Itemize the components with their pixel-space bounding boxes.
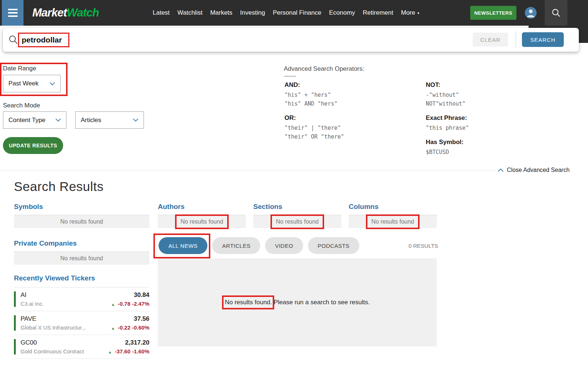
operator-group-and: AND: "his" + "hers" "his" AND "hers" — [284, 81, 424, 108]
date-range-value: Past Week — [8, 80, 39, 87]
search-icon — [8, 35, 18, 46]
empty-message-rest: Please run a search to see results. — [274, 299, 370, 306]
hamburger-menu-button[interactable] — [2, 0, 23, 26]
search-button[interactable]: SEARCH — [522, 32, 564, 47]
operator-example: $BTCUSD — [426, 148, 573, 157]
operator-example: "his" + "hers" — [284, 91, 424, 99]
sections-no-results-bar: No results found — [253, 215, 341, 228]
ticker-symbol: PAVE — [21, 315, 111, 323]
content-type-select[interactable]: Content Type — [3, 111, 66, 129]
symbols-no-results-bar: No results found — [14, 215, 149, 228]
triangle-up-icon: ▲ — [111, 326, 115, 330]
change-value: -0.22 — [118, 324, 130, 331]
tab-all-news[interactable]: ALL NEWS — [159, 237, 207, 254]
profile-avatar-button[interactable] — [525, 7, 537, 19]
content-type-value: Content Type — [8, 117, 46, 124]
columns-column: Columns No results found — [349, 203, 437, 228]
tab-video[interactable]: VIDEO — [265, 237, 303, 254]
nav-item-investing[interactable]: Investing — [240, 9, 265, 16]
results-middle-columns: Authors No results found Sections No res… — [158, 203, 437, 228]
hamburger-menu-icon — [8, 9, 18, 10]
operator-heading: Exact Phrase: — [426, 114, 573, 122]
ticker-row-pave[interactable]: PAVE Global X US Infrastructur... 37.56 … — [14, 311, 149, 335]
private-companies-heading: Private Companies — [14, 239, 149, 247]
results-left-column: Symbols No results found Private Compani… — [14, 203, 149, 359]
ticker-change: ▲ -37.60 -1.60% — [108, 348, 149, 354]
ticker-accent-bar — [14, 339, 16, 354]
news-filter-tabs: ALL NEWS ARTICLES VIDEO PODCASTS — [159, 237, 359, 254]
search-input[interactable] — [19, 36, 66, 44]
ticker-company-name: C3.ai Inc. — [21, 301, 111, 307]
marketwatch-logo[interactable]: MarketWatch — [32, 0, 99, 26]
chevron-down-icon: ▾ — [417, 11, 419, 15]
search-panel: CLEAR SEARCH — [3, 28, 579, 52]
article-type-value: Articles — [81, 117, 101, 124]
ticker-quote: 2,317.20 ▲ -37.60 -1.60% — [108, 339, 149, 354]
operator-group-has-symbol: Has Symbol: $BTCUSD — [426, 139, 573, 157]
authors-no-results-annotated: No results found — [181, 218, 224, 225]
header-search-button[interactable] — [545, 0, 567, 26]
change-percent: -2.47% — [132, 301, 149, 307]
no-results-text: No results found — [60, 255, 103, 262]
ticker-change: ▲ -0.78 -2.47% — [111, 301, 149, 307]
search-mode-label: Search Mode — [3, 102, 40, 109]
ticker-price: 37.56 — [111, 315, 149, 323]
nav-item-personal-finance[interactable]: Personal Finance — [273, 9, 321, 16]
nav-item-more[interactable]: More ▾ — [401, 9, 419, 16]
operator-example: "his" AND "hers" — [284, 99, 424, 108]
ticker-symbol: AI — [21, 291, 111, 299]
columns-no-results-annotated: No results found — [371, 218, 414, 225]
tab-podcasts[interactable]: PODCASTS — [308, 237, 360, 254]
divider — [516, 31, 516, 48]
ticker-row-ai[interactable]: AI C3.ai Inc. 30.84 ▲ -0.78 -2.47% — [14, 287, 149, 311]
ticker-company-name: Global X US Infrastructur... — [21, 324, 111, 331]
operator-example: -"without" — [426, 91, 573, 99]
operators-column-right: NOT: -"without" NOT"without" Exact Phras… — [426, 81, 573, 163]
sections-heading: Sections — [253, 203, 341, 211]
page-title: Search Results — [14, 179, 104, 194]
newsletters-button[interactable]: NEWSLETTERS — [470, 6, 516, 20]
ticker-symbol: GC00 — [21, 339, 108, 346]
logo-text-market: Market — [32, 6, 67, 19]
chevron-down-icon — [50, 82, 55, 85]
ticker-company-name: Gold Continuous Contract — [21, 348, 108, 354]
change-percent: -0.60% — [132, 324, 149, 331]
operator-heading: Has Symbol: — [426, 139, 573, 146]
nav-item-markets[interactable]: Markets — [210, 9, 232, 16]
date-range-label: Date Range — [3, 65, 36, 72]
no-results-text: No results found — [60, 218, 103, 225]
operator-example: "their" | "there" — [284, 124, 424, 132]
operator-heading: NOT: — [426, 81, 573, 89]
ticker-quote: 30.84 ▲ -0.78 -2.47% — [111, 291, 149, 307]
ticker-info: PAVE Global X US Infrastructur... — [21, 315, 111, 331]
date-range-select[interactable]: Past Week — [3, 75, 61, 92]
ticker-accent-bar — [14, 315, 16, 331]
operator-group-exact-phrase: Exact Phrase: "this phrase" — [426, 114, 573, 132]
symbols-heading: Symbols — [14, 203, 149, 211]
hamburger-menu-icon — [8, 15, 18, 17]
close-advanced-search-label: Close Advanced Search — [507, 167, 570, 173]
ticker-row-gc00[interactable]: GC00 Gold Continuous Contract 2,317.20 ▲… — [14, 335, 149, 359]
nav-item-more-label: More — [401, 9, 415, 16]
columns-no-results-bar: No results found — [349, 215, 437, 228]
nav-item-economy[interactable]: Economy — [329, 9, 355, 16]
tab-articles[interactable]: ARTICLES — [212, 237, 260, 254]
main-nav: Latest Watchlist Markets Investing Perso… — [153, 0, 419, 26]
nav-item-latest[interactable]: Latest — [153, 9, 170, 16]
authors-column: Authors No results found — [158, 203, 246, 228]
sections-no-results-annotated: No results found — [276, 218, 319, 225]
title-underline — [284, 76, 296, 77]
clear-button[interactable]: CLEAR — [473, 33, 508, 47]
change-value: -0.78 — [118, 301, 130, 307]
close-advanced-search-link[interactable]: Close Advanced Search — [498, 167, 570, 173]
nav-item-watchlist[interactable]: Watchlist — [177, 9, 202, 16]
article-type-select[interactable]: Articles — [75, 111, 144, 129]
ticker-info: GC00 Gold Continuous Contract — [21, 339, 108, 354]
update-results-button[interactable]: UPDATE RESULTS — [3, 137, 63, 154]
triangle-up-icon: ▲ — [111, 302, 115, 306]
ticker-accent-bar — [14, 291, 16, 307]
advanced-operators-title: Advanced Search Operators: — [284, 65, 364, 73]
operators-column-left: AND: "his" + "hers" "his" AND "hers" OR:… — [284, 81, 424, 147]
authors-heading: Authors — [158, 203, 246, 211]
nav-item-retirement[interactable]: Retirement — [363, 9, 393, 16]
